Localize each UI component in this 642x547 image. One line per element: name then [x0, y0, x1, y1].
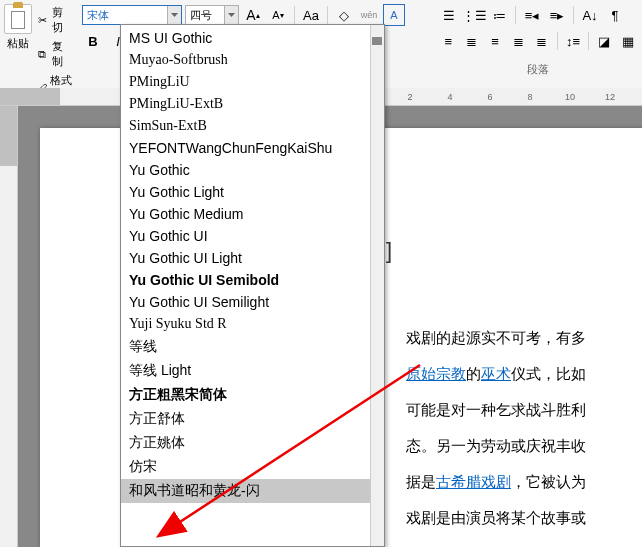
align-left-button[interactable]: ≡ [438, 30, 458, 52]
font-family-input[interactable] [83, 6, 167, 24]
font-option[interactable]: Yu Gothic Light [121, 181, 384, 203]
char-border-button[interactable]: A [383, 4, 405, 26]
bullets-button[interactable]: ☰ [438, 4, 460, 26]
shrink-font-button[interactable]: A▾ [267, 4, 289, 26]
vertical-ruler[interactable] [0, 106, 18, 547]
bold-button[interactable]: B [82, 30, 104, 52]
paragraph-group-label: 段落 [438, 62, 638, 81]
scrollbar-thumb[interactable] [372, 37, 382, 45]
eraser-icon: ◇ [339, 8, 349, 23]
font-option[interactable]: Yu Gothic UI Light [121, 247, 384, 269]
font-size-combo[interactable] [185, 5, 239, 25]
paste-icon [4, 4, 32, 34]
indent-inc-button[interactable]: ≡▸ [546, 4, 568, 26]
font-size-input[interactable] [186, 6, 224, 24]
font-option[interactable]: PMingLiU [121, 71, 384, 93]
link-religion[interactable]: 原始宗教 [406, 366, 466, 382]
font-option[interactable]: Yu Gothic Medium [121, 203, 384, 225]
font-option[interactable]: Muyao-Softbrush [121, 49, 384, 71]
text-cursor: ] [386, 238, 392, 264]
font-option[interactable]: MS UI Gothic [121, 27, 384, 49]
ruler-tick: 4 [440, 92, 460, 102]
font-option[interactable]: Yu Gothic UI Semilight [121, 291, 384, 313]
sort-button[interactable]: A↓ [579, 4, 601, 26]
scissors-icon: ✂ [36, 13, 49, 27]
ruler-tick: 6 [480, 92, 500, 102]
font-option[interactable]: 方正粗黑宋简体 [121, 383, 384, 407]
cut-button[interactable]: ✂剪切 [34, 4, 74, 36]
numbering-icon: ⋮☰ [462, 8, 487, 23]
ruler-tick: 2 [400, 92, 420, 102]
font-option[interactable]: Yu Gothic UI [121, 225, 384, 247]
align-right-button[interactable]: ≡ [485, 30, 505, 52]
font-family-dropdown-list[interactable]: MS UI GothicMuyao-SoftbrushPMingLiUPMing… [120, 24, 385, 547]
document-text[interactable]: 戏剧的起源实不可考，有多 原始宗教的巫术仪式，比如 可能是对一种乞求战斗胜利 态… [406, 320, 642, 536]
copy-icon: ⧉ [36, 47, 49, 61]
font-family-dropdown-arrow[interactable] [167, 6, 181, 24]
link-witchcraft[interactable]: 巫术 [481, 366, 511, 382]
ruler-tick: 8 [520, 92, 540, 102]
shading-button[interactable]: ◪ [594, 30, 614, 52]
font-option[interactable]: 和风书道昭和黄龙-闪 [121, 479, 384, 503]
paragraph-group: ☰ ⋮☰ ≔ ≡◂ ≡▸ A↓ ¶ ≡ ≣ ≡ ≣ ≣ ↕≡ ◪ ▦ 段落 [438, 4, 638, 81]
ruler-tick: 10 [560, 92, 580, 102]
line-spacing-button[interactable]: ↕≡ [563, 30, 583, 52]
indent-dec-button[interactable]: ≡◂ [521, 4, 543, 26]
numbering-button[interactable]: ⋮☰ [463, 4, 485, 26]
dropdown-scrollbar[interactable] [370, 25, 384, 546]
ruler-tick: 12 [600, 92, 620, 102]
font-family-combo[interactable] [82, 5, 182, 25]
multilevel-icon: ≔ [493, 8, 506, 23]
distribute-button[interactable]: ≣ [532, 30, 552, 52]
phonetic-guide-button[interactable]: wén [358, 4, 380, 26]
font-option[interactable]: 方正姚体 [121, 431, 384, 455]
justify-button[interactable]: ≣ [508, 30, 528, 52]
show-marks-button[interactable]: ¶ [604, 4, 626, 26]
font-option[interactable]: Yu Gothic UI Semibold [121, 269, 384, 291]
font-option[interactable]: YEFONTWangChunFengKaiShu [121, 137, 384, 159]
change-case-button[interactable]: Aa [300, 4, 322, 26]
font-option[interactable]: 等线 [121, 335, 384, 359]
link-greek-drama[interactable]: 古希腊戏剧 [436, 474, 511, 490]
font-option[interactable]: Yu Gothic [121, 159, 384, 181]
paste-button[interactable]: 粘贴 [4, 4, 32, 51]
font-size-dropdown-arrow[interactable] [224, 6, 238, 24]
font-option[interactable]: 等线 Light [121, 359, 384, 383]
font-option[interactable]: SimSun-ExtB [121, 115, 384, 137]
bullets-icon: ☰ [443, 8, 455, 23]
copy-button[interactable]: ⧉复制 [34, 38, 74, 70]
font-option[interactable]: Yuji Syuku Std R [121, 313, 384, 335]
multilevel-button[interactable]: ≔ [488, 4, 510, 26]
clear-format-button[interactable]: ◇ [333, 4, 355, 26]
font-option[interactable]: PMingLiU-ExtB [121, 93, 384, 115]
align-center-button[interactable]: ≣ [461, 30, 481, 52]
font-option[interactable]: 方正舒体 [121, 407, 384, 431]
font-option[interactable]: 仿宋 [121, 455, 384, 479]
borders-button[interactable]: ▦ [618, 30, 638, 52]
grow-font-button[interactable]: A▴ [242, 4, 264, 26]
